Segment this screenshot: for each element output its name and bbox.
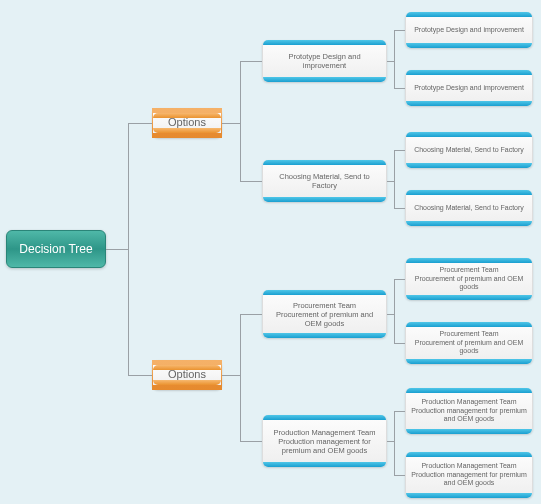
level1-label: Options	[168, 116, 206, 129]
connector	[387, 61, 394, 62]
connector	[394, 475, 405, 476]
level3-node: Prototype Design and improvement	[405, 12, 533, 48]
connector	[240, 314, 241, 441]
connector	[387, 441, 394, 442]
level3-node: Procurement Team Procurement of premium …	[405, 258, 533, 300]
level2-node: Production Management Team Production ma…	[262, 415, 387, 467]
level3-label: Prototype Design and improvement	[414, 26, 524, 34]
level2-node: Choosing Material, Send to Factory	[262, 160, 387, 202]
connector	[240, 181, 262, 182]
connector	[394, 208, 405, 209]
connector	[128, 375, 152, 376]
level2-label: Prototype Design and improvement	[267, 52, 382, 70]
root-node: Decision Tree	[6, 230, 106, 268]
root-label: Decision Tree	[19, 242, 92, 256]
connector	[128, 123, 129, 375]
level3-node: Production Management Team Production ma…	[405, 388, 533, 434]
connector	[128, 123, 152, 124]
connector	[387, 314, 394, 315]
connector	[394, 150, 395, 208]
connector	[394, 411, 405, 412]
connector	[394, 30, 405, 31]
level3-label: Production Management Team Production ma…	[410, 398, 528, 423]
level3-node: Choosing Material, Send to Factory	[405, 190, 533, 226]
level3-label: Production Management Team Production ma…	[410, 462, 528, 487]
connector	[240, 441, 262, 442]
connector	[394, 279, 405, 280]
connector	[394, 88, 405, 89]
level2-node: Procurement Team Procurement of premium …	[262, 290, 387, 338]
connector	[394, 343, 405, 344]
level3-label: Choosing Material, Send to Factory	[414, 204, 524, 212]
level2-label: Procurement Team Procurement of premium …	[267, 301, 382, 328]
level3-label: Procurement Team Procurement of premium …	[410, 266, 528, 291]
connector	[387, 181, 394, 182]
connector	[394, 30, 395, 88]
level1-node: Options	[152, 360, 222, 390]
level3-node: Procurement Team Procurement of premium …	[405, 322, 533, 364]
level2-label: Production Management Team Production ma…	[267, 428, 382, 455]
connector	[394, 411, 395, 475]
connector	[222, 375, 240, 376]
connector	[394, 150, 405, 151]
level2-node: Prototype Design and improvement	[262, 40, 387, 82]
level1-node: Options	[152, 108, 222, 138]
level3-label: Prototype Design and improvement	[414, 84, 524, 92]
level3-label: Procurement Team Procurement of premium …	[410, 330, 528, 355]
level1-label: Options	[168, 368, 206, 381]
level3-node: Production Management Team Production ma…	[405, 452, 533, 498]
connector	[240, 314, 262, 315]
connector	[222, 123, 240, 124]
connector	[394, 279, 395, 343]
connector	[106, 249, 128, 250]
level3-label: Choosing Material, Send to Factory	[414, 146, 524, 154]
level3-node: Choosing Material, Send to Factory	[405, 132, 533, 168]
connector	[240, 61, 241, 181]
connector	[240, 61, 262, 62]
level2-label: Choosing Material, Send to Factory	[267, 172, 382, 190]
level3-node: Prototype Design and improvement	[405, 70, 533, 106]
